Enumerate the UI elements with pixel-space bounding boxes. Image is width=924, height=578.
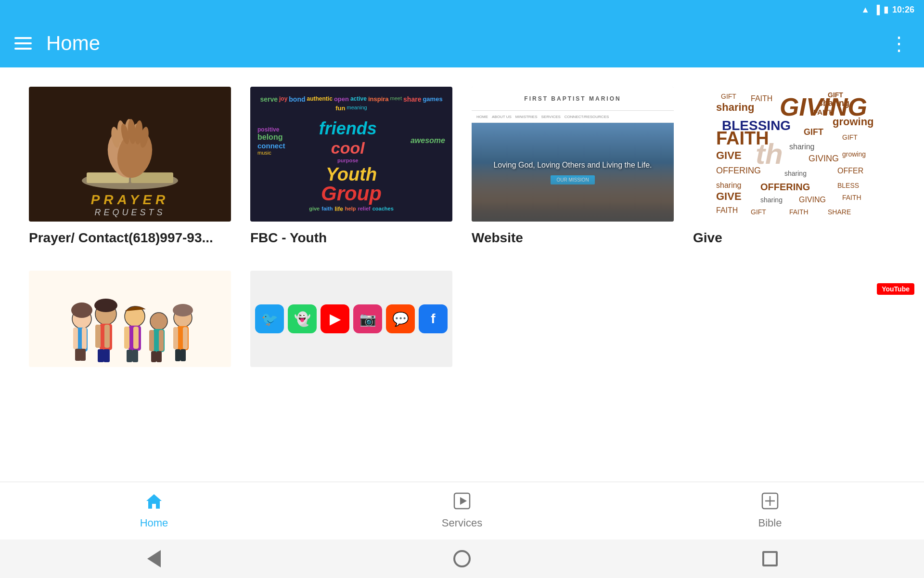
- svg-point-50: [71, 302, 92, 318]
- svg-rect-46: [73, 328, 78, 349]
- youth-word-share: share: [403, 95, 421, 103]
- youth-bottom-words: give faith life help relief coaches: [307, 204, 396, 214]
- svg-rect-60: [124, 327, 129, 349]
- youth-word-active: active: [350, 95, 367, 103]
- website-nav-about: ABOUT US: [492, 115, 512, 119]
- website-nav-connect: CONNECT/RESOURCES: [565, 115, 609, 119]
- status-bar: ▲ ▐ ▮ 10:26: [0, 0, 924, 19]
- youth-title-area: Youth Group: [321, 165, 382, 204]
- svg-rect-63: [132, 350, 138, 362]
- svg-text:sharing: sharing: [784, 170, 807, 177]
- svg-rect-61: [133, 327, 139, 349]
- youth-word-meet: meet: [390, 95, 402, 103]
- svg-point-57: [94, 299, 117, 312]
- recents-button[interactable]: [756, 547, 784, 571]
- youth-word-fun: fun: [335, 105, 345, 112]
- website-site-title: FIRST BAPTIST MARION: [524, 95, 621, 102]
- youth-word-cool: cool: [319, 139, 377, 158]
- kids-background: [29, 271, 231, 367]
- kids-card-image: [29, 271, 231, 367]
- youth-word-joy: joy: [279, 95, 287, 103]
- prayer-card-label: Prayer/ Contact(618)997-93...: [29, 229, 231, 247]
- website-card[interactable]: FIRST BAPTIST MARION HOME ABOUT US MINIS…: [472, 87, 674, 247]
- services-nav-label: Services: [442, 517, 482, 529]
- give-card-label: Give: [693, 229, 895, 247]
- youth-word-open: open: [334, 95, 349, 103]
- social-card-image: 🐦 👻 ▶ 📷 💬 f YouTube: [250, 271, 452, 367]
- svg-rect-56: [103, 349, 110, 362]
- prayer-word-p: PRAYER: [33, 192, 227, 208]
- home-button[interactable]: [448, 547, 476, 571]
- youth-card[interactable]: serve joy bond authentic open active ins…: [250, 87, 452, 247]
- prayer-hands-visual: [29, 87, 231, 202]
- youth-words-top: serve joy bond authentic open active ins…: [255, 95, 448, 112]
- bible-icon-svg: [761, 492, 779, 510]
- services-nav-icon: [453, 492, 471, 514]
- youth-background: serve joy bond authentic open active ins…: [250, 87, 452, 222]
- prayer-text-area: PRAYER REQUESTS: [29, 188, 231, 222]
- svg-text:SHARE: SHARE: [828, 208, 851, 216]
- kids-card[interactable]: [29, 271, 231, 367]
- battery-icon: ▮: [884, 4, 888, 15]
- svg-text:th: th: [756, 138, 783, 170]
- website-hero-section: Loving God, Loving Others and Living the…: [472, 123, 674, 222]
- hamburger-menu-button[interactable]: [14, 37, 32, 50]
- website-card-image: FIRST BAPTIST MARION HOME ABOUT US MINIS…: [472, 87, 674, 222]
- recents-square-icon: [762, 551, 778, 566]
- svg-text:OFFERING: OFFERING: [716, 166, 761, 175]
- youth-card-label: FBC - Youth: [250, 229, 452, 247]
- prayer-hands-svg: [77, 96, 183, 193]
- nav-home-item[interactable]: Home: [125, 492, 183, 529]
- social-background: 🐦 👻 ▶ 📷 💬 f YouTube: [250, 271, 452, 367]
- svg-text:sharing: sharing: [818, 98, 849, 108]
- status-icons: ▲ ▐ ▮ 10:26: [861, 4, 914, 15]
- svg-text:growing: growing: [833, 116, 874, 128]
- svg-rect-73: [183, 327, 188, 349]
- youth-word-youth: Youth: [321, 165, 382, 184]
- instagram-icon-box: 📷: [353, 304, 382, 333]
- youth-word-friends: friends: [319, 118, 377, 139]
- youth-right-words: awesome: [411, 136, 445, 145]
- prayer-word-requests: REQUESTS: [33, 208, 227, 218]
- svg-rect-49: [80, 349, 86, 361]
- youth-word-games: games: [423, 95, 442, 103]
- give-card-image: GIVING BLESSING sharing GIFT FAITH shari…: [693, 87, 895, 222]
- give-card[interactable]: GIVING BLESSING sharing GIFT FAITH shari…: [693, 87, 895, 247]
- website-nav-home: HOME: [476, 115, 488, 119]
- bottom-navigation: Home Services Bible: [0, 482, 924, 539]
- prayer-card[interactable]: PRAYER REQUESTS Prayer/ Contact(618)997-…: [29, 87, 231, 247]
- svg-text:BLESS: BLESS: [837, 182, 859, 189]
- back-arrow-icon: [147, 550, 161, 567]
- website-nav-ministries: MINISTRIES: [515, 115, 538, 119]
- svg-text:sharing: sharing: [716, 181, 741, 189]
- svg-text:sharing: sharing: [789, 143, 814, 151]
- back-button[interactable]: [140, 547, 168, 571]
- social-card[interactable]: 🐦 👻 ▶ 📷 💬 f YouTube: [250, 271, 452, 367]
- card-grid: PRAYER REQUESTS Prayer/ Contact(618)997-…: [29, 87, 895, 247]
- give-wordcloud-svg: GIVING BLESSING sharing GIFT FAITH shari…: [693, 87, 895, 222]
- website-hero-overlay: [472, 164, 674, 222]
- youth-left-words: positive belong connect music: [257, 126, 285, 156]
- more-vertical-icon[interactable]: ⋮: [889, 32, 910, 54]
- youth-content: serve joy bond authentic open active ins…: [255, 92, 448, 217]
- nav-bible-item[interactable]: Bible: [741, 492, 799, 529]
- prayer-card-image: PRAYER REQUESTS: [29, 87, 231, 222]
- youth-middle-row: positive belong connect music friends co…: [255, 118, 448, 163]
- twitter-icon-box: 🐦: [255, 304, 284, 333]
- svg-rect-75: [180, 349, 186, 361]
- svg-rect-53: [95, 325, 101, 348]
- svg-text:sharing: sharing: [716, 101, 754, 113]
- svg-rect-66: [149, 330, 154, 351]
- hamburger-line-2: [14, 42, 32, 44]
- svg-text:FAITH: FAITH: [751, 94, 772, 103]
- svg-text:growing: growing: [842, 150, 866, 158]
- youth-center-words: friends cool purpose: [319, 118, 377, 163]
- nav-services-item[interactable]: Services: [433, 492, 491, 529]
- bible-nav-icon: [761, 492, 779, 514]
- svg-text:GIFT: GIFT: [804, 127, 823, 137]
- youtube-icon-box: ▶: [321, 304, 349, 333]
- svg-text:GIFT: GIFT: [842, 133, 858, 141]
- svg-text:OFFERING: OFFERING: [760, 182, 810, 192]
- svg-text:sharing: sharing: [760, 196, 783, 204]
- website-card-label: Website: [472, 229, 674, 247]
